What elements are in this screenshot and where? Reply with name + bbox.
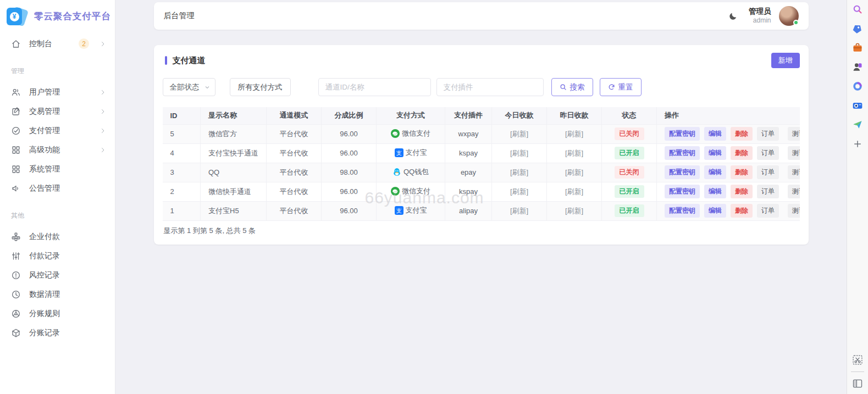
sidebar-item-announcement-management[interactable]: 公告管理	[0, 179, 115, 198]
refresh-yesterday-link[interactable]: [刷新]	[565, 207, 583, 215]
sidebar-item-system-management[interactable]: 系统管理	[0, 159, 115, 179]
table-row: 4支付宝快手通道平台代收96.00支支付宝kspay[刷新][刷新]已开启配置密…	[163, 143, 800, 163]
svg-text:支: 支	[396, 150, 402, 156]
refresh-today-link[interactable]: [刷新]	[510, 149, 528, 157]
home-icon	[11, 39, 21, 49]
breadcrumb: 后台管理	[164, 11, 195, 21]
test-button[interactable]: 测试	[788, 127, 800, 141]
channel-search-input[interactable]	[318, 78, 431, 96]
test-button[interactable]: 测试	[788, 204, 800, 218]
sidebar-item-trade-management[interactable]: 交易管理	[0, 102, 115, 121]
add-ext-icon[interactable]	[852, 138, 864, 150]
chevron-right-icon	[99, 127, 106, 134]
order-button[interactable]: 订单	[757, 127, 779, 141]
tag-ext-icon[interactable]	[852, 23, 864, 35]
cell-channel-mode: 平台代收	[267, 143, 322, 163]
test-button[interactable]: 测试	[788, 165, 800, 179]
test-button[interactable]: 测试	[788, 185, 800, 198]
sidebar-item-split-records[interactable]: 分账记录	[0, 323, 115, 342]
test-button[interactable]: 测试	[788, 146, 800, 160]
briefcase-ext-icon[interactable]	[852, 42, 864, 54]
sidebar-item-data-cleanup[interactable]: 数据清理	[0, 285, 115, 304]
panel-ext-icon[interactable]	[852, 378, 864, 390]
edit-button[interactable]: 编辑	[704, 185, 726, 198]
cell-pay-method: 支支付宝	[377, 201, 445, 220]
order-button[interactable]: 订单	[757, 185, 779, 198]
user-ext-icon[interactable]	[852, 61, 864, 73]
pagination-summary: 显示第 1 到第 5 条, 总共 5 条	[163, 221, 800, 239]
camera-ext-icon[interactable]	[852, 99, 864, 112]
order-button[interactable]: 订单	[757, 204, 779, 218]
status-filter-select[interactable]: 全部状态	[163, 78, 215, 96]
scissors-ext-icon[interactable]	[852, 354, 864, 366]
sidebar-item-risk-records[interactable]: 风控记录	[0, 265, 115, 285]
delete-button[interactable]: 删除	[731, 165, 753, 179]
avatar[interactable]	[779, 6, 799, 26]
cell-today: [刷新]	[492, 182, 547, 201]
cell-status: 已开启	[602, 182, 657, 201]
send-ext-icon[interactable]	[852, 119, 864, 131]
refresh-yesterday-link[interactable]: [刷新]	[565, 130, 583, 138]
refresh-today-link[interactable]: [刷新]	[510, 207, 528, 215]
logo-icon: ¥	[7, 7, 27, 26]
refresh-yesterday-link[interactable]: [刷新]	[565, 149, 583, 157]
cell-status: 已开启	[602, 143, 657, 163]
sidebar-item-advanced-features[interactable]: 高级功能	[0, 140, 115, 159]
sidebar-item-enterprise-payment[interactable]: 企业付款	[0, 227, 115, 246]
refresh-today-link[interactable]: [刷新]	[510, 168, 528, 176]
configure-key-button[interactable]: 配置密钥	[665, 127, 700, 141]
card-title: 支付通道	[163, 56, 206, 66]
edit-button[interactable]: 编辑	[704, 127, 726, 141]
sidebar-item-label: 用户管理	[29, 87, 91, 97]
user-info[interactable]: 管理员 admin	[749, 7, 771, 25]
sidebar-item-payment-management[interactable]: 支付管理	[0, 121, 115, 140]
cell-rate: 98.00	[322, 163, 377, 182]
sidebar-item-split-rules[interactable]: 分账规则	[0, 304, 115, 323]
speaker-icon	[11, 184, 21, 193]
cell-yesterday: [刷新]	[547, 182, 602, 201]
sidebar-item-dashboard[interactable]: 控制台2	[0, 34, 115, 53]
add-button[interactable]: 新增	[771, 53, 800, 68]
delete-button[interactable]: 删除	[731, 185, 753, 198]
sidebar-item-label: 控制台	[29, 39, 70, 49]
cell-rate: 96.00	[322, 201, 377, 220]
search-ext-icon[interactable]	[852, 3, 864, 15]
configure-key-button[interactable]: 配置密钥	[665, 165, 700, 179]
order-button[interactable]: 订单	[757, 165, 779, 179]
cell-plugin: epay	[445, 163, 492, 182]
configure-key-button[interactable]: 配置密钥	[665, 185, 700, 198]
refresh-today-link[interactable]: [刷新]	[510, 130, 528, 138]
cell-display-name: 支付宝H5	[201, 201, 267, 220]
filter-bar: 全部状态 所有支付方式 搜索	[163, 78, 800, 96]
sidebar-section-label: 其他	[0, 198, 115, 227]
dark-mode-toggle[interactable]	[725, 8, 741, 24]
delete-button[interactable]: 删除	[731, 146, 753, 160]
cell-yesterday: [刷新]	[547, 201, 602, 220]
delete-button[interactable]: 删除	[731, 127, 753, 141]
sidebar-item-payment-records[interactable]: 付款记录	[0, 246, 115, 265]
order-button[interactable]: 订单	[757, 146, 779, 160]
refresh-yesterday-link[interactable]: [刷新]	[565, 187, 583, 196]
column-header: 今日收款	[492, 107, 547, 124]
pay-type-filter-button[interactable]: 所有支付方式	[230, 78, 291, 96]
app-logo[interactable]: ¥ 零云聚合支付平台	[0, 3, 115, 34]
cell-id: 2	[163, 182, 201, 201]
delete-button[interactable]: 删除	[731, 204, 753, 218]
edit-button[interactable]: 编辑	[704, 204, 726, 218]
edit-icon	[11, 107, 21, 116]
edit-button[interactable]: 编辑	[704, 165, 726, 179]
refresh-yesterday-link[interactable]: [刷新]	[565, 168, 583, 176]
search-button[interactable]: 搜索	[551, 78, 593, 96]
edit-button[interactable]: 编辑	[704, 146, 726, 160]
search-icon	[560, 84, 567, 91]
plugin-search-input[interactable]	[436, 78, 544, 96]
cell-display-name: 支付宝快手通道	[201, 143, 267, 163]
sidebar-item-label: 数据清理	[29, 290, 106, 299]
configure-key-button[interactable]: 配置密钥	[665, 204, 700, 218]
configure-key-button[interactable]: 配置密钥	[665, 146, 700, 160]
table-row: 3QQ平台代收98.00QQ钱包epay[刷新][刷新]已关闭配置密钥编辑删除订…	[163, 163, 800, 182]
refresh-today-link[interactable]: [刷新]	[510, 187, 528, 196]
reset-button[interactable]: 重置	[600, 78, 642, 96]
sidebar-item-user-management[interactable]: 用户管理	[0, 82, 115, 102]
ring-ext-icon[interactable]	[852, 80, 864, 92]
